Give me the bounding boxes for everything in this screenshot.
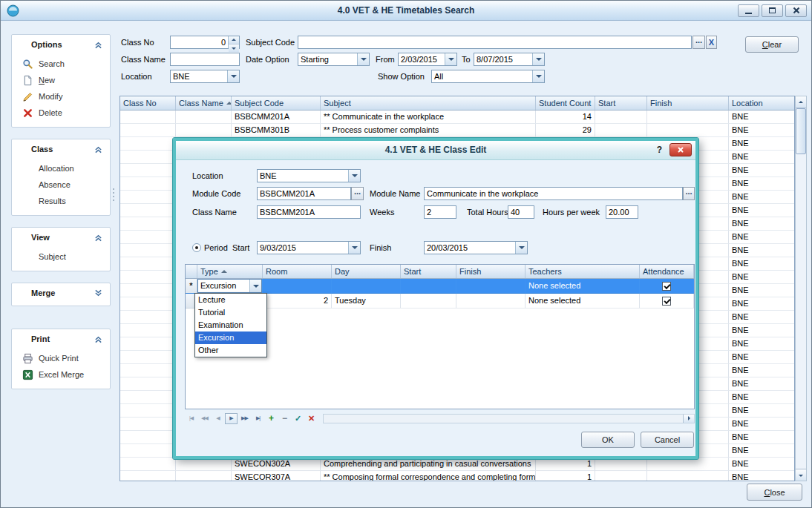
section-header-class[interactable]: Class xyxy=(12,139,110,159)
cancel-record-button[interactable]: ✕ xyxy=(305,413,318,424)
sidebar-item-results[interactable]: Results xyxy=(12,193,110,209)
insert-record-button[interactable]: + xyxy=(265,413,278,424)
subject-code-input[interactable] xyxy=(298,38,691,47)
type-option-lecture[interactable]: Lecture xyxy=(195,294,266,306)
section-header-view[interactable]: View xyxy=(12,228,110,247)
ok-button[interactable]: OK xyxy=(581,432,635,448)
dialog-close-button[interactable] xyxy=(669,143,692,156)
delete-record-button[interactable]: − xyxy=(278,413,291,424)
dialog-class-name-input[interactable] xyxy=(258,208,360,217)
cancel-button[interactable]: Cancel xyxy=(641,432,694,448)
sidebar-item-excel-merge[interactable]: Excel Merge xyxy=(12,366,110,383)
chevron-down-icon[interactable] xyxy=(348,170,360,182)
vertical-scrollbar[interactable] xyxy=(795,96,807,481)
chevron-up-icon[interactable] xyxy=(94,234,103,242)
period-finish-combo[interactable]: 20/03/2015 xyxy=(424,241,528,254)
subject-code-clear-button[interactable]: X xyxy=(706,36,717,49)
col-header-day[interactable]: Day xyxy=(332,265,401,278)
col-header-type[interactable]: Type xyxy=(197,265,263,278)
last-record-button[interactable]: ▶| xyxy=(252,413,264,424)
next-record-button[interactable]: ▶ xyxy=(225,413,238,424)
col-header-room[interactable]: Room xyxy=(263,265,332,278)
to-date-combo[interactable]: 8/07/2015 xyxy=(474,53,545,66)
module-code-field[interactable] xyxy=(257,187,351,200)
class-no-input[interactable] xyxy=(171,38,228,47)
table-row[interactable]: BSBCMM301B** Process customer complaints… xyxy=(120,124,794,137)
close-window-button[interactable] xyxy=(785,4,807,17)
sidebar-item-delete[interactable]: Delete xyxy=(12,105,110,121)
chevron-up-icon[interactable] xyxy=(94,335,103,343)
subject-code-field[interactable] xyxy=(298,36,692,49)
schedule-row[interactable]: *ExcursionNone selected xyxy=(186,279,694,294)
chevron-down-icon[interactable] xyxy=(348,242,360,254)
scroll-up-icon[interactable] xyxy=(796,96,806,108)
col-header-finish[interactable]: Finish xyxy=(647,96,729,110)
dialog-class-name-field[interactable] xyxy=(257,205,361,219)
horizontal-scrollbar[interactable] xyxy=(323,414,695,423)
sidebar-item-allocation[interactable]: Allocation xyxy=(12,160,110,177)
show-option-combo[interactable]: All xyxy=(431,70,545,83)
col-header-location[interactable]: Location xyxy=(729,96,795,110)
type-option-other[interactable]: Other xyxy=(195,344,266,357)
scroll-thumb[interactable] xyxy=(796,108,806,154)
section-header-options[interactable]: Options xyxy=(12,35,110,54)
type-editor-combo[interactable]: Excursion xyxy=(197,279,262,293)
sidebar-item-quick-print[interactable]: Quick Print xyxy=(12,350,110,366)
next-page-record-button[interactable]: ▶▶ xyxy=(238,413,251,424)
col-header-start[interactable]: Start xyxy=(401,265,456,278)
col-header-class-no[interactable]: Class No xyxy=(120,96,176,110)
dialog-location-combo[interactable]: BNE xyxy=(257,169,361,182)
table-row[interactable]: BSBCMM201A** Communicate in the workplac… xyxy=(120,110,794,124)
help-button[interactable]: ? xyxy=(657,145,662,155)
col-header-teachers[interactable]: Teachers xyxy=(525,265,640,278)
date-option-combo[interactable]: Starting xyxy=(298,53,370,66)
col-header-student-count[interactable]: Student Count xyxy=(536,96,595,110)
table-row[interactable]: SWECOR307A** Composing formal correspond… xyxy=(120,471,794,481)
weeks-input[interactable] xyxy=(425,208,456,217)
period-radio[interactable] xyxy=(192,243,201,252)
type-option-tutorial[interactable]: Tutorial xyxy=(195,306,266,319)
class-no-spinner[interactable] xyxy=(170,36,240,49)
spinner-arrows-icon[interactable] xyxy=(228,36,239,48)
minimize-button[interactable] xyxy=(738,4,759,17)
col-header-subject-code[interactable]: Subject Code xyxy=(232,96,321,110)
prior-page-record-button[interactable]: ◀◀ xyxy=(198,413,211,424)
module-code-input[interactable] xyxy=(258,189,350,198)
location-combo[interactable]: BNE xyxy=(170,70,240,83)
chevron-up-icon[interactable] xyxy=(94,41,103,49)
chevron-down-icon[interactable] xyxy=(249,280,261,292)
hours-per-week-input[interactable] xyxy=(606,208,638,217)
chevron-down-icon[interactable] xyxy=(357,53,369,65)
weeks-field[interactable] xyxy=(424,205,456,219)
chevron-down-icon[interactable] xyxy=(94,289,103,297)
total-hours-field[interactable] xyxy=(508,205,534,219)
scroll-down-icon[interactable] xyxy=(796,469,806,481)
section-header-merge[interactable]: Merge xyxy=(12,283,110,303)
type-option-excursion[interactable]: Excursion xyxy=(195,331,266,344)
col-header-finish[interactable]: Finish xyxy=(456,265,525,278)
col-header-subject[interactable]: Subject xyxy=(321,96,536,110)
sidebar-item-absence[interactable]: Absence xyxy=(12,177,110,193)
sidebar-item-modify[interactable]: Modify xyxy=(12,88,110,105)
chevron-up-icon[interactable] xyxy=(94,145,103,154)
module-name-field[interactable] xyxy=(424,187,683,200)
hours-per-week-field[interactable] xyxy=(606,205,638,219)
splitter[interactable] xyxy=(111,34,116,481)
module-code-lookup-button[interactable]: ... xyxy=(351,187,364,200)
section-header-print[interactable]: Print xyxy=(12,329,110,349)
attendance-checkbox[interactable] xyxy=(662,282,671,291)
total-hours-input[interactable] xyxy=(508,208,534,217)
prior-record-button[interactable]: ◀ xyxy=(212,413,224,424)
maximize-restore-button[interactable] xyxy=(762,4,783,17)
from-date-combo[interactable]: 2/03/2015 xyxy=(398,53,457,66)
chevron-down-icon[interactable] xyxy=(532,53,544,65)
type-option-examination[interactable]: Examination xyxy=(195,319,266,331)
scroll-right-icon[interactable] xyxy=(683,415,694,423)
subject-code-lookup-button[interactable]: ... xyxy=(693,36,705,49)
class-name-input[interactable] xyxy=(171,55,239,64)
sidebar-item-new[interactable]: New xyxy=(12,72,110,88)
close-button[interactable]: Close xyxy=(747,484,802,501)
post-record-button[interactable]: ✓ xyxy=(292,413,304,424)
chevron-down-icon[interactable] xyxy=(227,70,239,82)
chevron-down-icon[interactable] xyxy=(515,242,527,254)
